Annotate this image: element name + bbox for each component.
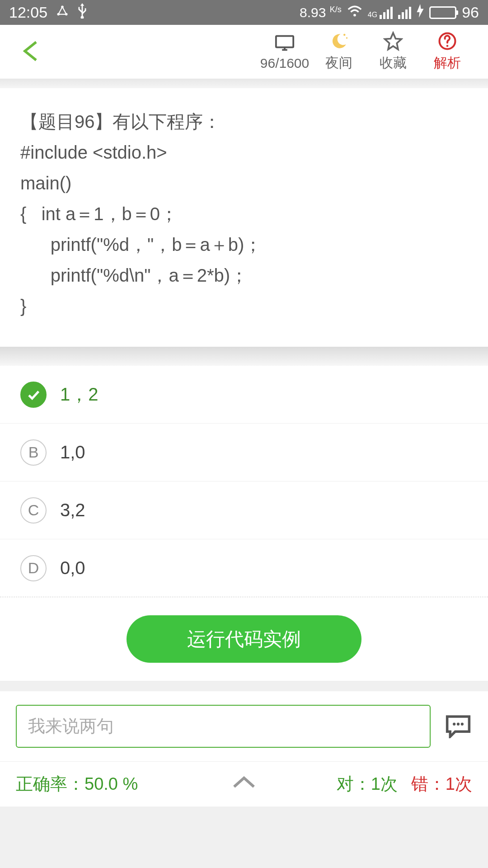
- divider: [0, 79, 488, 88]
- progress-label: 96/1600: [260, 56, 309, 71]
- monitor-icon: [274, 33, 295, 53]
- star-icon: [383, 31, 403, 51]
- svg-point-11: [461, 722, 464, 725]
- night-label: 夜间: [325, 54, 352, 72]
- option-text: 3,2: [60, 500, 85, 520]
- option-a[interactable]: 1，2: [0, 366, 488, 424]
- option-letter: B: [20, 439, 47, 466]
- question-panel: 【题目96】有以下程序： #include <stdio.h> main() {…: [0, 88, 488, 347]
- accuracy-stat: 正确率：50.0 %: [16, 773, 138, 796]
- signal-4g: 4G: [368, 6, 393, 19]
- back-button[interactable]: [18, 38, 45, 66]
- battery-icon: [429, 6, 456, 19]
- comment-placeholder: 我来说两句: [28, 715, 114, 738]
- option-text: 1，2: [60, 382, 99, 407]
- battery-pct: 96: [462, 4, 479, 21]
- option-letter: D: [20, 555, 47, 581]
- question-title: 【题目96】有以下程序：: [20, 106, 468, 137]
- option-letter: C: [20, 497, 47, 524]
- option-text: 1,0: [60, 442, 85, 462]
- svg-point-10: [457, 722, 460, 725]
- run-code-button[interactable]: 运行代码实例: [127, 615, 361, 663]
- favorite-button[interactable]: 收藏: [366, 31, 420, 72]
- status-bar: 12:05 8.93 K/s 4G 96: [0, 0, 488, 25]
- share-icon: [56, 4, 69, 21]
- signal-icon: [398, 6, 411, 19]
- option-text: 0,0: [60, 558, 85, 578]
- comment-row: 我来说两句: [0, 691, 488, 761]
- option-b[interactable]: B 1,0: [0, 424, 488, 481]
- favorite-label: 收藏: [380, 54, 407, 72]
- network-speed: 8.93 K/s: [300, 5, 342, 20]
- svg-point-9: [453, 722, 455, 725]
- svg-point-8: [446, 45, 449, 47]
- stats-bar: 正确率：50.0 % 对：1次 错：1次: [0, 761, 488, 807]
- analysis-button[interactable]: 解析: [420, 31, 474, 72]
- options-list: 1，2 B 1,0 C 3,2 D 0,0: [0, 366, 488, 597]
- run-section: 运行代码实例: [0, 597, 488, 681]
- clock-text: 12:05: [9, 4, 47, 21]
- help-icon: [438, 31, 457, 51]
- charging-icon: [417, 4, 424, 21]
- check-icon: [20, 382, 47, 408]
- option-d[interactable]: D 0,0: [0, 539, 488, 597]
- comment-input[interactable]: 我来说两句: [16, 705, 431, 748]
- correct-stat: 对：1次: [337, 773, 398, 796]
- option-c[interactable]: C 3,2: [0, 481, 488, 539]
- divider: [0, 347, 488, 366]
- wrong-stat: 错：1次: [411, 773, 472, 796]
- svg-point-3: [353, 14, 356, 17]
- svg-rect-4: [276, 36, 293, 47]
- night-mode-button[interactable]: 夜间: [312, 31, 366, 72]
- chat-icon[interactable]: [444, 713, 472, 740]
- expand-button[interactable]: [230, 774, 258, 794]
- svg-point-5: [343, 34, 346, 36]
- progress-indicator[interactable]: 96/1600: [258, 33, 312, 71]
- wifi-icon: [347, 4, 362, 21]
- analysis-label: 解析: [434, 54, 461, 72]
- question-code: #include <stdio.h> main() { int a＝1，b＝0；…: [20, 137, 468, 321]
- moon-icon: [329, 31, 348, 51]
- svg-point-6: [346, 37, 348, 39]
- toolbar: 96/1600 夜间 收藏 解析: [0, 25, 488, 79]
- usb-icon: [77, 3, 87, 22]
